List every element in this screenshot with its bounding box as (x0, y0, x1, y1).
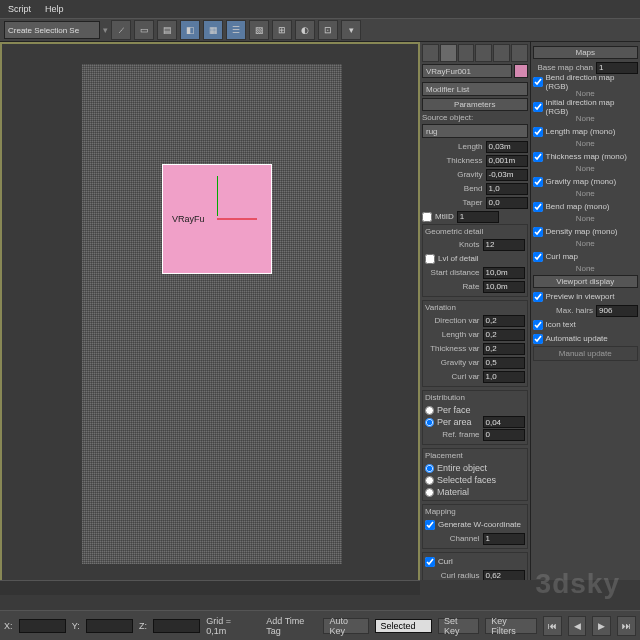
icontext-checkbox[interactable] (533, 320, 543, 330)
map-none-button[interactable]: None (533, 139, 639, 148)
maxhairs-spinner[interactable]: 906 (596, 305, 638, 317)
param-label: Length (422, 142, 486, 151)
tool-btn[interactable]: ▧ (249, 20, 269, 40)
grid-label: Grid = 0,1m (206, 616, 250, 636)
y-field[interactable] (86, 619, 133, 633)
map-checkbox[interactable] (533, 252, 543, 262)
source-label: Source object: (422, 113, 528, 122)
mtlid-checkbox[interactable] (422, 212, 432, 222)
material-radio[interactable] (425, 488, 434, 497)
display-tab-icon[interactable] (493, 44, 510, 62)
map-none-button[interactable]: None (533, 189, 639, 198)
setkey-button[interactable]: Set Key (438, 618, 479, 634)
map-none-button[interactable]: None (533, 264, 639, 273)
rate-label: Rate (425, 282, 483, 291)
tool-btn[interactable]: ⊡ (318, 20, 338, 40)
map-checkbox[interactable] (533, 102, 543, 112)
vp-rollout[interactable]: Viewport display (533, 275, 639, 288)
knots-spinner[interactable]: 12 (483, 239, 525, 251)
selected-dropdown[interactable]: Selected (375, 619, 432, 633)
perarea-radio[interactable] (425, 418, 434, 427)
menu-script[interactable]: Script (8, 4, 31, 14)
utilities-tab-icon[interactable] (511, 44, 528, 62)
modify-panel: VRayFur001 Modifier List Parameters Sour… (420, 42, 530, 580)
selfaces-radio[interactable] (425, 476, 434, 485)
z-field[interactable] (153, 619, 200, 633)
tool-btn[interactable]: ☰ (226, 20, 246, 40)
map-checkbox[interactable] (533, 127, 543, 137)
map-none-button[interactable]: None (533, 214, 639, 223)
selection-set-dropdown[interactable]: Create Selection Se (4, 21, 100, 39)
entire-label: Entire object (437, 463, 487, 473)
map-label: Initial direction map (RGB) (546, 98, 639, 116)
x-field[interactable] (19, 619, 66, 633)
tool-btn[interactable]: ◧ (180, 20, 200, 40)
modifier-list-dropdown[interactable]: Modifier List (422, 82, 528, 96)
hierarchy-tab-icon[interactable] (458, 44, 475, 62)
basechan-label: Base map chan (533, 63, 597, 72)
play-icon[interactable]: ▶ (592, 616, 611, 636)
mtlid-spinner[interactable]: 1 (457, 211, 499, 223)
rate-spinner[interactable]: 10,0m (483, 281, 525, 293)
map-checkbox[interactable] (533, 227, 543, 237)
var-spinner[interactable]: 1,0 (483, 371, 525, 383)
tool-btn[interactable]: ▭ (134, 20, 154, 40)
object-name-field[interactable]: VRayFur001 (422, 64, 512, 78)
tool-btn[interactable]: ◐ (295, 20, 315, 40)
var-spinner[interactable]: 0,2 (483, 315, 525, 327)
param-spinner[interactable]: -0,03m (486, 169, 528, 181)
icontext-label: Icon text (546, 320, 576, 329)
var-spinner[interactable]: 0,2 (483, 329, 525, 341)
param-spinner[interactable]: 0,03m (486, 141, 528, 153)
motion-tab-icon[interactable] (475, 44, 492, 62)
perface-radio[interactable] (425, 406, 434, 415)
create-tab-icon[interactable] (422, 44, 439, 62)
keyfilter-button[interactable]: Key Filters (485, 618, 537, 634)
param-spinner[interactable]: 0,0 (486, 197, 528, 209)
map-checkbox[interactable] (533, 202, 543, 212)
tool-btn[interactable]: ⟋ (111, 20, 131, 40)
curlrad-spinner[interactable]: 0,62 (483, 570, 525, 581)
curl-checkbox[interactable] (425, 557, 435, 567)
dist-title: Distribution (425, 393, 525, 402)
var-spinner[interactable]: 0,5 (483, 357, 525, 369)
viewport[interactable]: VRayFu (0, 42, 420, 582)
modify-tab-icon[interactable] (440, 44, 457, 62)
tool-btn[interactable]: ▾ (341, 20, 361, 40)
parameters-rollout[interactable]: Parameters (422, 98, 528, 111)
lod-checkbox[interactable] (425, 254, 435, 264)
play-start-icon[interactable]: ⏮ (543, 616, 562, 636)
autoupdate-checkbox[interactable] (533, 334, 543, 344)
param-spinner[interactable]: 1,0 (486, 183, 528, 195)
map-none-button[interactable]: None (533, 239, 639, 248)
play-next-icon[interactable]: ⏭ (617, 616, 636, 636)
source-object-field[interactable]: rug (422, 124, 528, 138)
autokey-button[interactable]: Auto Key (323, 618, 369, 634)
play-prev-icon[interactable]: ◀ (568, 616, 587, 636)
menu-help[interactable]: Help (45, 4, 64, 14)
map-checkbox[interactable] (533, 177, 543, 187)
tool-btn[interactable]: ▤ (157, 20, 177, 40)
channel-spinner[interactable]: 1 (483, 533, 525, 545)
entire-radio[interactable] (425, 464, 434, 473)
tool-btn[interactable]: ⊞ (272, 20, 292, 40)
param-spinner[interactable]: 0,001m (486, 155, 528, 167)
genw-label: Generate W-coordinate (438, 520, 521, 529)
perarea-spinner[interactable]: 0,04 (483, 416, 525, 428)
object-color-swatch[interactable] (514, 64, 528, 78)
addtag-button[interactable]: Add Time Tag (266, 616, 317, 636)
ref-spinner[interactable]: 0 (483, 429, 525, 441)
timeline[interactable] (0, 580, 420, 610)
param-label: Gravity (422, 170, 486, 179)
map-checkbox[interactable] (533, 152, 543, 162)
map-none-button[interactable]: None (533, 164, 639, 173)
map-label: Length map (mono) (546, 127, 616, 136)
preview-checkbox[interactable] (533, 292, 543, 302)
genw-checkbox[interactable] (425, 520, 435, 530)
manual-update-button[interactable]: Manual update (533, 346, 639, 361)
maps-rollout[interactable]: Maps (533, 46, 639, 59)
tool-btn[interactable]: ▦ (203, 20, 223, 40)
map-checkbox[interactable] (533, 77, 543, 87)
start-spinner[interactable]: 10,0m (483, 267, 525, 279)
var-spinner[interactable]: 0,2 (483, 343, 525, 355)
